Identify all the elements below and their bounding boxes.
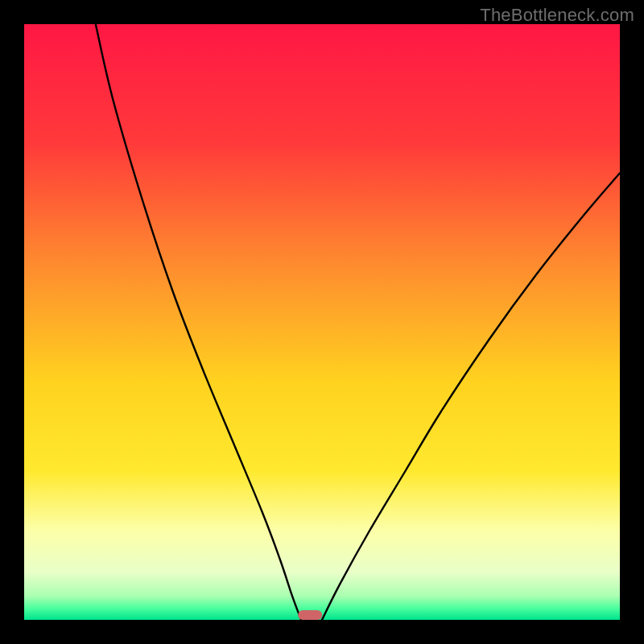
chart-plot-area: [24, 24, 620, 620]
chart-curves: [24, 24, 620, 620]
bottleneck-curve-left: [96, 24, 301, 620]
bottleneck-marker: [298, 610, 322, 620]
watermark-label: TheBottleneck.com: [480, 5, 634, 26]
bottleneck-curve-right: [322, 173, 620, 620]
